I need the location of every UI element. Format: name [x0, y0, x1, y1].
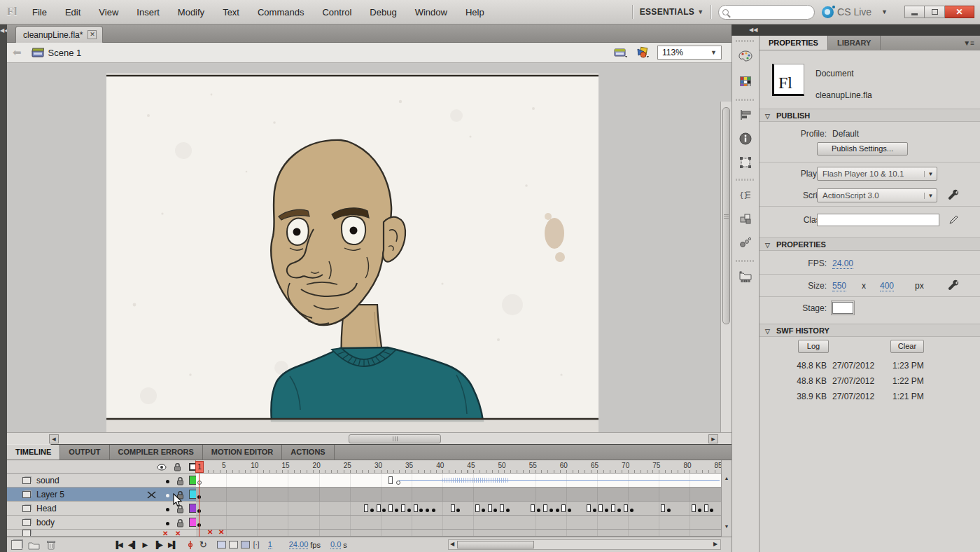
menu-item-text[interactable]: Text [223, 7, 239, 18]
info-panel-icon[interactable] [736, 130, 755, 148]
timeline-scroll-thumb[interactable] [457, 541, 534, 548]
class-edit-pencil-icon[interactable] [948, 214, 960, 225]
layer-name[interactable]: Layer 5 [36, 490, 64, 499]
scroll-right-arrow[interactable]: ▶ [708, 434, 718, 443]
minimize-button[interactable] [904, 6, 925, 18]
menu-item-control[interactable]: Control [322, 7, 351, 18]
elapsed-time-value[interactable]: 0.0 [330, 540, 341, 549]
menu-item-window[interactable]: Window [415, 7, 447, 18]
class-input[interactable] [817, 214, 939, 226]
onion-skin-outlines-button[interactable] [229, 541, 238, 548]
stage-width-value[interactable]: 550 [832, 281, 846, 291]
close-button[interactable]: ✕ [945, 6, 974, 18]
search-input[interactable] [732, 6, 805, 18]
tab-library[interactable]: LIBRARY [828, 36, 881, 50]
current-frame-value[interactable]: 1 [268, 540, 272, 549]
publish-settings-button[interactable]: Publish Settings... [817, 142, 908, 156]
swf-history-section-header[interactable]: ▽ SWF HISTORY [760, 324, 980, 337]
properties-section-header[interactable]: ▽ PROPERTIES [760, 237, 980, 251]
scroll-left-arrow[interactable]: ◀ [49, 434, 59, 443]
layer-visible-dot[interactable] [166, 494, 169, 497]
clear-button[interactable]: Clear [890, 340, 924, 353]
menu-item-modify[interactable]: Modify [178, 7, 204, 18]
tab-compiler-errors[interactable]: COMPILER ERRORS [110, 445, 203, 460]
project-panel-icon[interactable] [736, 267, 755, 285]
vertical-scroll-thumb[interactable] [722, 107, 730, 324]
timeline-ruler[interactable]: 510152025303540455055606570758085 [196, 460, 721, 474]
scroll-down-arrow[interactable]: ▼ [722, 524, 732, 529]
script-settings-wrench-icon[interactable] [947, 188, 960, 201]
frames-row-sound[interactable] [196, 474, 721, 488]
panel-menu-icon[interactable]: ▼≡ [963, 36, 980, 50]
menu-item-file[interactable]: File [32, 7, 47, 18]
tab-actions[interactable]: ACTIONS [282, 445, 335, 460]
scene-name[interactable]: Scene 1 [48, 48, 82, 58]
player-dropdown[interactable]: Flash Player 10 & 10.1 ▼ [817, 167, 937, 181]
stage-vertical-scrollbar[interactable] [720, 102, 732, 432]
script-dropdown[interactable]: ActionScript 3.0 ▼ [817, 188, 937, 202]
layer-row-layer5[interactable]: Layer 5 [7, 488, 196, 502]
horizontal-scroll-thumb[interactable] [349, 434, 441, 443]
layer-visible-dot[interactable] [166, 480, 169, 483]
transform-panel-icon[interactable] [736, 153, 755, 172]
menu-item-commands[interactable]: Commands [258, 7, 304, 18]
go-to-first-frame-button[interactable]: ▐◀ [113, 541, 122, 548]
modify-markers-button[interactable]: [·] [253, 541, 260, 548]
document-tab[interactable]: cleanupLine.fla* ✕ [15, 26, 103, 43]
scroll-left-arrow[interactable]: ◀ [450, 541, 454, 547]
close-tab-icon[interactable]: ✕ [88, 30, 97, 39]
restore-button[interactable] [925, 6, 945, 18]
motion-presets-panel-icon[interactable] [736, 233, 755, 251]
step-back-button[interactable]: ◀▌ [128, 541, 137, 548]
frames-row-body[interactable] [196, 516, 721, 530]
publish-section-header[interactable]: ▽ PUBLISH [760, 109, 980, 122]
menu-item-edit[interactable]: Edit [65, 7, 80, 18]
cs-live-button[interactable]: CS Live [822, 6, 872, 18]
timeline-vertical-scrollbar[interactable]: ▲ ▼ [721, 460, 732, 537]
delete-layer-button[interactable] [46, 539, 56, 550]
fps-value[interactable]: 24.00 [832, 258, 853, 269]
workspace-switcher[interactable]: ESSENTIALS ▼ [640, 7, 704, 17]
timeline-horizontal-scrollbar[interactable]: ◀ ▶ [448, 539, 721, 550]
align-panel-icon[interactable] [736, 106, 755, 124]
code-snippets-panel-icon[interactable]: {} [736, 186, 755, 204]
center-frame-marker-icon[interactable] [187, 540, 194, 550]
search-box[interactable] [718, 5, 815, 20]
edit-scene-icon[interactable] [614, 47, 628, 58]
tab-output[interactable]: OUTPUT [60, 445, 109, 460]
new-folder-button[interactable] [28, 540, 41, 550]
layer-name[interactable]: Head [36, 504, 57, 513]
frames-row-head[interactable] [196, 502, 721, 516]
tab-properties[interactable]: PROPERTIES [760, 36, 828, 50]
tab-motion-editor[interactable]: MOTION EDITOR [203, 445, 282, 460]
go-to-last-frame-button[interactable]: ▶▌ [168, 541, 177, 548]
stage-canvas[interactable] [106, 74, 598, 432]
size-settings-wrench-icon[interactable] [947, 279, 960, 291]
chevron-down-icon[interactable]: ▼ [881, 8, 888, 15]
menu-item-help[interactable]: Help [465, 7, 484, 18]
frames-row-partial[interactable]: ✕ ✕ [196, 530, 721, 537]
edit-multiple-frames-button[interactable] [241, 541, 250, 548]
edit-symbols-icon[interactable] [635, 46, 650, 59]
tab-timeline[interactable]: TIMELINE [7, 445, 60, 460]
lock-all-icon[interactable] [174, 462, 181, 471]
stage-viewport[interactable] [7, 63, 732, 432]
stage-color-swatch[interactable] [832, 302, 853, 314]
layer-row-head[interactable]: Head [7, 502, 196, 516]
back-arrow-icon[interactable]: ⬅ [13, 46, 22, 59]
layer-row-sound[interactable]: sound [7, 474, 196, 488]
layer-lock-icon[interactable] [176, 518, 184, 527]
frames-row-layer5[interactable] [196, 488, 721, 502]
onion-skin-button[interactable] [217, 541, 226, 548]
layer-visible-dot[interactable] [166, 508, 169, 511]
layer-hidden-x-icon[interactable]: ✕ [162, 530, 168, 537]
loop-button[interactable]: ↻ [200, 539, 207, 550]
frame-rate-value[interactable]: 24.00 [289, 540, 309, 549]
menu-item-debug[interactable]: Debug [370, 7, 396, 18]
layer-row-partial[interactable]: ✕ ✕ [7, 530, 196, 537]
stage-height-value[interactable]: 400 [880, 281, 894, 291]
stage-horizontal-scrollbar[interactable]: ◀ ▶ [7, 432, 732, 444]
layer-hidden-x-icon[interactable]: ✕ [175, 530, 181, 537]
scroll-right-arrow[interactable]: ▶ [713, 541, 718, 547]
layer-visible-dot[interactable] [166, 522, 169, 525]
